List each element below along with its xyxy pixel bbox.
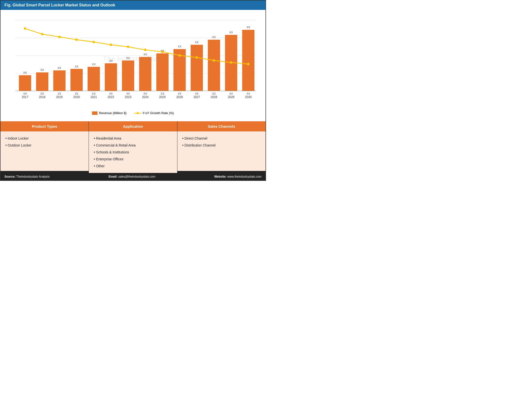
svg-text:2029: 2029 [228,95,234,99]
footer-email: Email: sales@theindustrystats.com [109,175,155,178]
list-item: Residential Area [94,135,172,142]
svg-text:XX: XX [109,92,113,95]
categories-section: Product Types Indoor Locker Outdoor Lock… [0,121,266,173]
line-dot-2023 [127,45,129,48]
list-item: Direct Channel [182,135,261,142]
line-dot-2021 [93,41,95,43]
list-item: Indoor Locker [5,135,84,142]
legend-revenue-label: Revenue (Million $) [99,111,127,115]
svg-text:XX: XX [57,66,61,69]
line-dot-2018 [41,33,43,35]
product-types-content: Indoor Locker Outdoor Locker [0,131,89,171]
line-dot-2028 [213,59,215,62]
application-list: Residential Area Commercial & Retail Are… [94,135,172,169]
legend-revenue: Revenue (Million $) [92,111,127,115]
svg-text:2030: 2030 [245,95,252,99]
svg-text:XX: XX [212,36,216,39]
chart-area: The Industry Stats market research XX XX… [5,15,261,109]
chart-legend: Revenue (Million $) Y-oY Growth Rate (%) [5,109,261,119]
svg-text:2025: 2025 [159,95,166,99]
sales-channels-header: Sales Channels [177,121,266,131]
svg-text:2019: 2019 [56,95,63,99]
svg-text:XX: XX [195,41,199,44]
svg-text:XX: XX [143,53,147,56]
application-header: Application [89,121,177,131]
category-application: Application Residential Area Commercial … [89,121,177,173]
svg-text:2021: 2021 [91,95,97,99]
legend-growth-icon [134,111,141,115]
bar-2030 [242,30,254,91]
svg-text:XX: XX [212,92,216,95]
svg-text:XX: XX [57,92,61,95]
page-title: Fig. Global Smart Parcel Locker Market S… [0,0,266,10]
bar-2028 [208,40,220,91]
svg-text:XX: XX [126,57,130,60]
footer-source: Source: Theindustrystats Analysis [4,175,50,178]
line-dot-2027 [196,56,198,59]
list-item: Schools & Institutions [94,149,172,156]
line-dot-2030 [247,63,249,65]
svg-text:XX: XX [40,92,44,95]
application-content: Residential Area Commercial & Retail Are… [89,131,177,173]
list-item: Outdoor Locker [5,142,84,149]
svg-text:XX: XX [161,92,164,95]
list-item: Other [94,163,172,169]
bar-2027 [191,45,203,91]
chart-container: The Industry Stats market research XX XX… [0,10,266,121]
svg-text:XX: XX [40,68,44,71]
svg-text:XX: XX [75,65,78,68]
sales-channels-list: Direct Channel Distribution Channel [182,135,261,149]
svg-text:XX: XX [229,31,233,34]
footer: Source: Theindustrystats Analysis Email:… [0,173,266,180]
svg-text:2020: 2020 [73,95,80,99]
line-dot-2024 [144,49,147,51]
category-sales-channels: Sales Channels Direct Channel Distributi… [177,121,266,173]
line-dot-2025 [161,51,164,53]
svg-text:2018: 2018 [39,95,46,99]
bar-2018 [36,72,48,91]
bar-2019 [53,70,66,91]
svg-text:XX: XX [195,92,199,95]
svg-text:XX: XX [178,92,182,95]
bar-2024 [139,57,152,91]
list-item: Distribution Channel [182,142,261,149]
svg-text:XX: XX [23,92,27,95]
svg-text:2027: 2027 [193,95,200,99]
svg-text:XX: XX [109,59,113,62]
category-product-types: Product Types Indoor Locker Outdoor Lock… [0,121,89,173]
line-dot-2026 [178,54,181,57]
bar-2020 [70,69,83,91]
product-types-list: Indoor Locker Outdoor Locker [5,135,84,149]
bar-2022 [105,63,117,91]
line-dot-2029 [230,61,232,64]
legend-growth: Y-oY Growth Rate (%) [134,111,174,115]
svg-text:XX: XX [247,26,250,29]
bar-2017 [19,75,31,91]
svg-text:XX: XX [126,92,130,95]
bar-2021 [88,67,100,91]
chart-svg: XX XX XX XX XX XX XX XX XX XX XX XX XX [5,15,261,109]
svg-point-49 [137,112,139,114]
list-item: Commercial & Retail Area [94,142,172,149]
svg-text:XX: XX [92,63,96,66]
line-dot-2017 [24,27,26,30]
line-dot-2019 [58,36,61,38]
bar-2025 [156,53,169,91]
svg-text:XX: XX [229,92,233,95]
svg-text:2024: 2024 [142,95,149,99]
svg-text:2028: 2028 [211,95,217,99]
svg-text:XX: XX [178,45,182,48]
legend-growth-label: Y-oY Growth Rate (%) [142,111,174,115]
svg-text:XX: XX [75,92,78,95]
bar-2023 [122,61,134,91]
product-types-header: Product Types [0,121,89,131]
footer-website: Website: www.theindustrystats.com [214,175,262,178]
svg-text:2023: 2023 [125,95,132,99]
line-dot-2022 [110,43,112,46]
sales-channels-content: Direct Channel Distribution Channel [177,131,266,171]
list-item: Enterprise Offices [94,156,172,163]
legend-revenue-icon [92,111,97,115]
svg-text:2017: 2017 [22,95,28,99]
svg-text:XX: XX [143,92,147,95]
svg-text:2026: 2026 [176,95,183,99]
